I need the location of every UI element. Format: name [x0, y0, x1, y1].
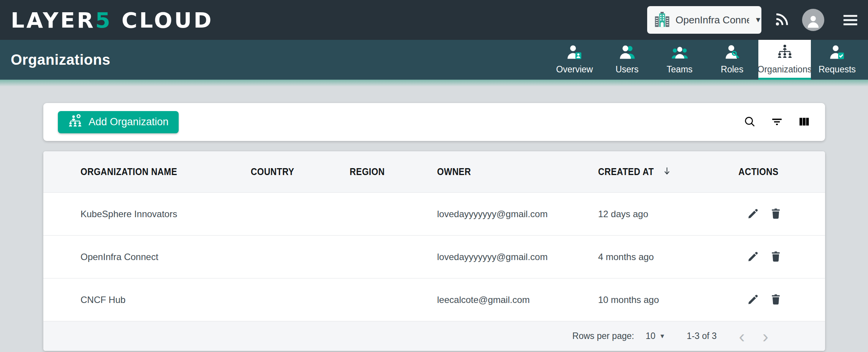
org-switcher-button[interactable]: OpenInfra Connect ▼	[647, 6, 761, 34]
cell-organization-name: CNCF Hub	[81, 295, 251, 305]
cell-actions	[738, 250, 825, 264]
search-button[interactable]	[743, 115, 756, 129]
table-row: KubeSphere Innovators lovedayyyyyyy@gmai…	[43, 193, 825, 236]
tab-organizations[interactable]: Organizations	[758, 40, 811, 80]
avatar	[802, 9, 824, 31]
view-columns-icon	[798, 115, 810, 129]
tab-label: Users	[615, 64, 638, 75]
delete-button[interactable]	[769, 207, 782, 221]
chevron-right-icon: ›	[763, 327, 768, 345]
menu-icon	[843, 15, 857, 17]
subheader-gradient-strip	[0, 80, 868, 87]
broadcast-icon	[774, 11, 790, 29]
filter-button[interactable]	[771, 115, 783, 129]
cell-organization-name: OpenInfra Connect	[81, 252, 251, 262]
next-page-button[interactable]: ›	[763, 327, 768, 345]
logo-cloud: CLOUD	[122, 8, 213, 33]
column-header-actions: ACTIONS	[738, 166, 825, 177]
person-key-icon	[724, 44, 741, 61]
teams-icon	[671, 44, 688, 61]
tab-label: Teams	[667, 64, 693, 75]
table-pagination: Rows per page: 10 ▼ 1-3 of 3 ‹ ›	[43, 321, 825, 351]
column-header-owner[interactable]: OWNER	[437, 166, 598, 177]
tab-users[interactable]: Users	[601, 40, 653, 80]
column-header-created-at[interactable]: CREATED AT	[598, 165, 738, 178]
table-row: OpenInfra Connect lovedayyyyyyy@gmail.co…	[43, 236, 825, 278]
person-card-icon	[566, 44, 583, 61]
cell-owner: lovedayyyyyyy@gmail.com	[437, 252, 598, 262]
toolbar-actions	[743, 115, 810, 129]
layer5-cloud-logo: LAYER5 CLOUD	[11, 8, 213, 33]
rows-per-page-value: 10	[646, 331, 656, 341]
tab-teams[interactable]: Teams	[653, 40, 706, 80]
cell-actions	[738, 207, 825, 221]
table-row: CNCF Hub leecalcote@gmail.com 10 months …	[43, 278, 825, 321]
tab-requests[interactable]: Requests	[811, 40, 863, 80]
column-header-organization-name[interactable]: ORGANIZATION NAME	[81, 166, 251, 177]
table-header-row: ORGANIZATION NAME COUNTRY REGION OWNER C…	[43, 151, 825, 193]
cell-created-at: 4 months ago	[598, 252, 738, 262]
organizations-table: ORGANIZATION NAME COUNTRY REGION OWNER C…	[43, 151, 825, 351]
org-switcher-label: OpenInfra Connect	[676, 14, 749, 26]
pagination-range: 1-3 of 3	[687, 331, 717, 341]
tab-label: Roles	[721, 64, 743, 75]
search-icon	[743, 115, 756, 129]
logo-layer: LAYER	[11, 8, 95, 33]
tab-label: Requests	[819, 64, 856, 75]
chevron-left-icon: ‹	[739, 327, 745, 345]
hamburger-menu-button[interactable]	[843, 15, 857, 25]
add-organization-button[interactable]: Add Organization	[58, 111, 179, 133]
logo-five: 5	[95, 8, 112, 33]
filter-icon	[771, 115, 783, 129]
view-columns-button[interactable]	[798, 115, 810, 129]
nav-tabs: Overview Users	[548, 40, 863, 80]
org-chart-icon	[776, 44, 793, 61]
pencil-icon	[747, 207, 760, 221]
rows-per-page-label: Rows per page:	[572, 331, 634, 341]
sub-header: Organizations Overview	[0, 40, 868, 80]
tab-label: Overview	[556, 64, 593, 75]
delete-button[interactable]	[769, 250, 782, 264]
cell-owner: leecalcote@gmail.com	[437, 295, 598, 305]
building-icon	[654, 11, 670, 29]
top-bar: LAYER5 CLOUD	[0, 0, 868, 40]
users-icon	[619, 44, 636, 61]
trash-icon	[769, 250, 782, 264]
page-title: Organizations	[11, 52, 110, 68]
cell-organization-name: KubeSphere Innovators	[81, 209, 251, 219]
layer5-cloud-screen: LAYER5 CLOUD	[0, 0, 868, 352]
column-header-country[interactable]: COUNTRY	[251, 166, 350, 177]
cell-owner: lovedayyyyyyy@gmail.com	[437, 209, 598, 219]
table-toolbar: Add Organization	[43, 103, 825, 141]
trash-icon	[769, 207, 782, 221]
column-header-region[interactable]: REGION	[350, 166, 437, 177]
sort-desc-arrow-icon	[662, 165, 672, 178]
rows-per-page-select[interactable]: 10 ▼	[646, 331, 665, 341]
previous-page-button[interactable]: ‹	[739, 327, 745, 345]
chevron-down-icon: ▼	[755, 16, 762, 24]
edit-button[interactable]	[747, 207, 760, 221]
top-bar-right: OpenInfra Connect ▼	[647, 6, 857, 34]
add-organization-label: Add Organization	[89, 116, 169, 128]
edit-button[interactable]	[747, 250, 760, 264]
cell-actions	[738, 293, 825, 307]
broadcast-button[interactable]	[774, 11, 790, 29]
chevron-down-icon: ▼	[659, 333, 666, 340]
avatar-button[interactable]	[802, 9, 824, 31]
pager: ‹ ›	[739, 327, 768, 345]
cell-created-at: 10 months ago	[598, 295, 738, 305]
pencil-icon	[747, 250, 760, 264]
trash-icon	[769, 293, 782, 307]
tab-label: Organizations	[758, 64, 812, 75]
edit-button[interactable]	[747, 293, 760, 307]
pencil-icon	[747, 293, 760, 307]
add-org-chart-icon	[68, 113, 82, 131]
tab-roles[interactable]: Roles	[706, 40, 758, 80]
person-clipboard-icon	[829, 44, 846, 61]
delete-button[interactable]	[769, 293, 782, 307]
cell-created-at: 12 days ago	[598, 209, 738, 219]
tab-overview[interactable]: Overview	[548, 40, 601, 80]
